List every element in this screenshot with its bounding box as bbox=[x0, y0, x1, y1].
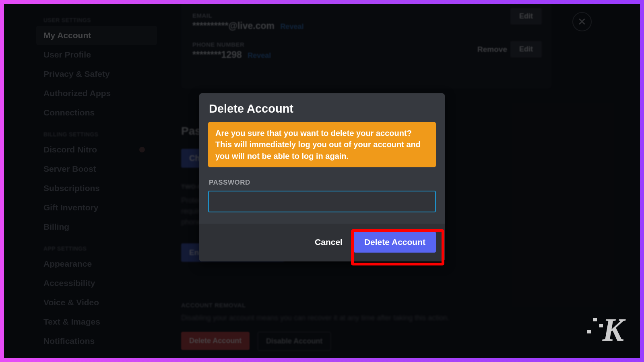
delete-account-modal: Delete Account Are you sure that you wan… bbox=[199, 93, 445, 261]
modal-title: Delete Account bbox=[199, 93, 445, 122]
modal-footer: Cancel Delete Account bbox=[199, 224, 445, 261]
app-window: USER SETTINGS My Account User Profile Pr… bbox=[4, 4, 640, 358]
cancel-button[interactable]: Cancel bbox=[311, 232, 347, 252]
password-label: PASSWORD bbox=[209, 179, 435, 187]
outer-frame: USER SETTINGS My Account User Profile Pr… bbox=[0, 0, 644, 362]
confirm-delete-button[interactable]: Delete Account bbox=[354, 232, 436, 253]
watermark-logo: K bbox=[605, 317, 624, 343]
password-input[interactable] bbox=[208, 191, 436, 212]
modal-warning: Are you sure that you want to delete you… bbox=[208, 122, 436, 167]
watermark-dots-icon bbox=[587, 318, 609, 334]
